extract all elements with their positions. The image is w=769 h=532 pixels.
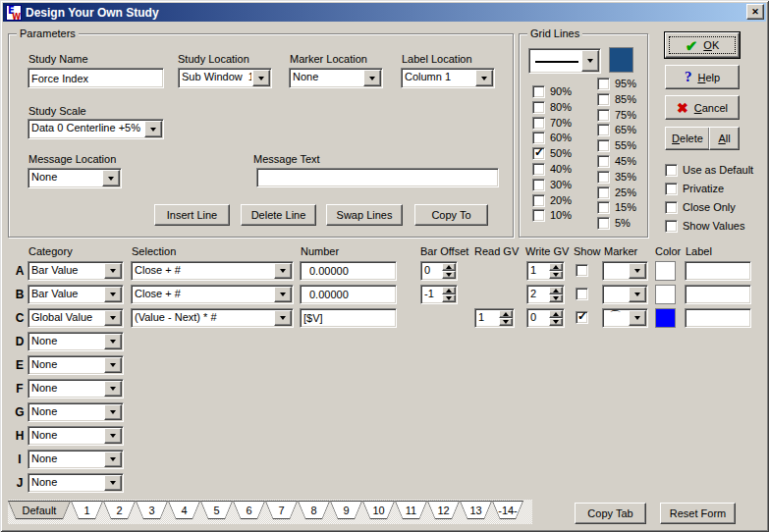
cancel-button[interactable]: ✖ Cancel	[665, 95, 740, 120]
reset-form-button[interactable]: Reset Form	[660, 503, 736, 524]
gridline-checkbox-80%[interactable]	[532, 101, 545, 114]
selection-select-b[interactable]: Close + #	[131, 285, 294, 304]
chevron-down-icon[interactable]	[104, 310, 122, 326]
spin-up-icon[interactable]	[549, 287, 563, 294]
category-select-b[interactable]: Bar Value	[27, 285, 124, 304]
message-location-select[interactable]: None	[27, 168, 122, 188]
number-input-a[interactable]	[300, 261, 397, 281]
copy-tab-button[interactable]: Copy Tab	[575, 503, 646, 524]
chevron-down-icon[interactable]	[629, 287, 646, 302]
chevron-down-icon[interactable]	[629, 263, 646, 279]
tab-10[interactable]: 10	[362, 501, 395, 519]
chevron-down-icon[interactable]	[581, 50, 599, 72]
spin-down-icon[interactable]	[549, 318, 563, 326]
gridline-checkbox-85%[interactable]	[597, 93, 610, 106]
gridline-checkbox-40%[interactable]	[532, 163, 545, 176]
tab-7[interactable]: 7	[265, 501, 298, 519]
marker-select-a[interactable]	[602, 261, 648, 281]
category-select-c[interactable]: Global Value	[27, 308, 124, 328]
category-select-g[interactable]: None	[27, 402, 124, 422]
chevron-down-icon[interactable]	[274, 263, 292, 279]
chevron-down-icon[interactable]	[363, 70, 381, 86]
tab-14[interactable]: -14-	[492, 501, 523, 519]
chevron-down-icon[interactable]	[102, 170, 120, 186]
spin-up-icon[interactable]	[499, 310, 513, 318]
category-select-a[interactable]: Bar Value	[27, 261, 124, 281]
tab-default[interactable]: Default	[8, 501, 71, 519]
option-checkbox-privatize[interactable]	[665, 183, 678, 195]
all-button[interactable]: All	[709, 127, 740, 150]
spin-down-icon[interactable]	[549, 294, 563, 302]
marker-select-b[interactable]	[602, 285, 648, 304]
gridline-checkbox-55%[interactable]	[597, 139, 610, 152]
tab-3[interactable]: 3	[136, 501, 168, 519]
category-select-i[interactable]: None	[27, 450, 124, 469]
ok-button[interactable]: ✔ OK	[665, 32, 740, 58]
write-gv-spinner-a[interactable]: 1	[526, 261, 565, 281]
gridline-checkbox-30%[interactable]	[532, 179, 545, 191]
gridline-checkbox-75%[interactable]	[597, 109, 610, 122]
delete-line-button[interactable]: Delete Line	[241, 204, 316, 226]
tab-9[interactable]: 9	[330, 501, 362, 519]
study-location-select[interactable]: Sub Window 1	[178, 68, 272, 88]
chevron-down-icon[interactable]	[144, 121, 162, 137]
spin-down-icon[interactable]	[549, 271, 563, 279]
tab-1[interactable]: 1	[71, 501, 103, 519]
tab-12[interactable]: 12	[427, 501, 460, 519]
tab-11[interactable]: 11	[395, 501, 427, 519]
chevron-down-icon[interactable]	[104, 404, 122, 420]
option-checkbox-show-values[interactable]	[665, 220, 678, 233]
copy-to-button[interactable]: Copy To	[414, 204, 488, 226]
gridline-checkbox-45%[interactable]	[597, 155, 610, 168]
chevron-down-icon[interactable]	[104, 357, 122, 373]
bar-offset-spinner-b[interactable]: -1	[420, 285, 458, 304]
chevron-down-icon[interactable]	[104, 263, 122, 279]
grid-line-color-swatch[interactable]	[609, 47, 633, 73]
spin-up-icon[interactable]	[549, 263, 563, 271]
label-input-a[interactable]	[685, 261, 751, 281]
chevron-down-icon[interactable]	[104, 381, 122, 397]
chevron-down-icon[interactable]	[274, 287, 292, 302]
gridline-checkbox-25%[interactable]	[597, 186, 610, 199]
delete-button[interactable]: Delete	[665, 127, 710, 150]
study-name-input[interactable]	[27, 68, 164, 88]
insert-line-button[interactable]: Insert Line	[154, 204, 230, 226]
category-select-d[interactable]: None	[27, 332, 124, 351]
spin-up-icon[interactable]	[442, 287, 456, 294]
gridline-checkbox-95%[interactable]	[597, 78, 610, 90]
tab-13[interactable]: 13	[460, 501, 492, 519]
write-gv-spinner-b[interactable]: 2	[526, 285, 565, 304]
spin-down-icon[interactable]	[499, 318, 513, 326]
tab-4[interactable]: 4	[168, 501, 200, 519]
chevron-down-icon[interactable]	[104, 475, 122, 491]
label-location-select[interactable]: Column 1	[401, 68, 495, 88]
category-select-f[interactable]: None	[27, 379, 124, 399]
gridline-checkbox-35%[interactable]	[597, 171, 610, 184]
show-checkbox-c[interactable]	[576, 311, 588, 324]
selection-select-c[interactable]: (Value - Next) * #	[131, 308, 294, 328]
tab-2[interactable]: 2	[103, 501, 136, 519]
number-input-c[interactable]	[300, 308, 397, 328]
gridline-checkbox-65%[interactable]	[597, 124, 610, 136]
color-swatch-c[interactable]	[655, 308, 676, 328]
gridline-checkbox-20%[interactable]	[532, 194, 545, 207]
gridline-checkbox-50%[interactable]	[532, 147, 545, 160]
gridline-checkbox-90%[interactable]	[532, 85, 545, 98]
label-input-c[interactable]	[685, 308, 751, 328]
chevron-down-icon[interactable]	[274, 310, 292, 326]
marker-location-select[interactable]: None	[289, 68, 383, 88]
color-swatch-b[interactable]	[655, 285, 676, 304]
gridline-checkbox-60%[interactable]	[532, 132, 545, 144]
message-text-input[interactable]	[256, 168, 499, 187]
chevron-down-icon[interactable]	[475, 70, 493, 86]
gridline-checkbox-15%[interactable]	[597, 201, 610, 214]
show-checkbox-a[interactable]	[576, 264, 588, 277]
show-checkbox-b[interactable]	[576, 288, 588, 300]
close-button[interactable]: ✕	[746, 4, 764, 20]
spin-up-icon[interactable]	[442, 263, 456, 271]
category-select-h[interactable]: None	[27, 426, 124, 446]
chevron-down-icon[interactable]	[104, 428, 122, 444]
gridline-checkbox-10%[interactable]	[532, 209, 545, 222]
write-gv-spinner-c[interactable]: 0	[526, 308, 565, 328]
color-swatch-a[interactable]	[655, 261, 676, 281]
